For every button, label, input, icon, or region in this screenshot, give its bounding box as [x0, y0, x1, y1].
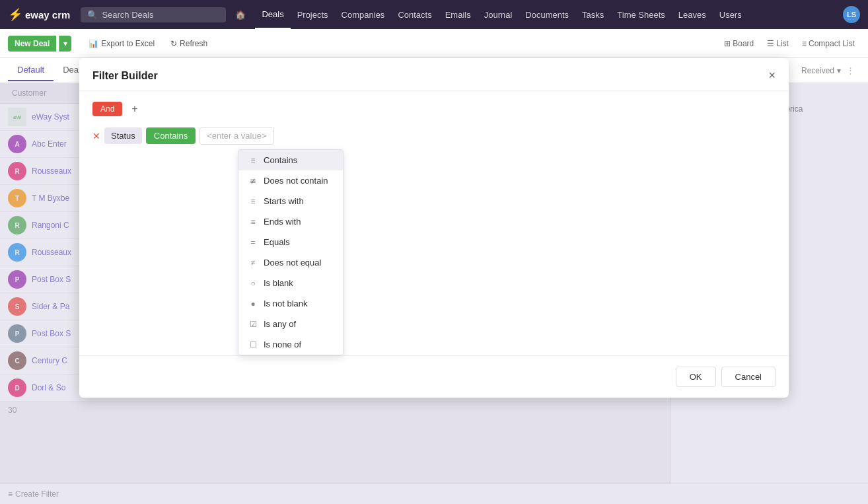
received-filter[interactable]: Received ▾ [801, 66, 841, 75]
dropdown-item-label: Is blank [264, 278, 293, 288]
dropdown-item-ends-with[interactable]: ≡ Ends with [238, 211, 343, 232]
refresh-button[interactable]: ↻ Refresh [164, 36, 214, 52]
dropdown-item-label: Contains [264, 155, 297, 165]
nav-items: Deals Projects Companies Contacts Emails… [255, 0, 838, 29]
new-deal-split-button[interactable]: ▾ [59, 36, 71, 52]
dropdown-item-starts-with[interactable]: ≡ Starts with [238, 191, 343, 211]
logo-text: eway crm [25, 9, 70, 20]
export-button[interactable]: 📊 Export to Excel [82, 36, 161, 52]
filter-logic-row: And + [92, 102, 776, 116]
is-not-blank-icon: ● [248, 299, 258, 308]
and-operator-button[interactable]: And [92, 102, 122, 116]
dropdown-item-label: Is none of [264, 340, 301, 349]
tab-default[interactable]: Default [8, 59, 54, 81]
ends-with-icon: ≡ [248, 217, 258, 227]
top-navigation: ⚡ eway crm 🔍 Search Deals 🏠 Deals Projec… [0, 0, 868, 29]
dropdown-item-label: Does not equal [264, 258, 321, 268]
is-any-of-icon: ☑ [248, 320, 258, 329]
is-blank-icon: ○ [248, 279, 258, 288]
dropdown-item-label: Does not contain [264, 176, 328, 186]
main-content: Customer eW eWay Syst A Abc Enter R Rous… [0, 83, 868, 504]
cancel-button[interactable]: Cancel [721, 367, 776, 387]
nav-item-emails[interactable]: Emails [439, 0, 478, 29]
dropdown-item-does-not-contain[interactable]: ≢ Does not contain [238, 170, 343, 191]
dropdown-item-label: Equals [264, 237, 290, 247]
condition-operator-button[interactable]: Contains [146, 127, 196, 144]
app-logo: ⚡ eway crm [8, 7, 70, 22]
list-view-button[interactable]: ☰ List [762, 36, 794, 51]
dropdown-item-is-not-blank[interactable]: ● Is not blank [238, 293, 343, 314]
nav-item-timesheets[interactable]: Time Sheets [610, 0, 672, 29]
nav-item-contacts[interactable]: Contacts [391, 0, 438, 29]
dropdown-item-is-blank[interactable]: ○ Is blank [238, 273, 343, 293]
modal-header: Filter Builder × [79, 58, 789, 91]
nav-item-deals[interactable]: Deals [255, 0, 290, 29]
dropdown-item-is-none-of[interactable]: ☐ Is none of [238, 334, 343, 355]
modal-close-button[interactable]: × [768, 69, 776, 83]
does-not-equal-icon: ≠ [248, 258, 258, 268]
board-view-button[interactable]: ⊞ Board [719, 36, 759, 51]
compact-list-icon: ≡ [802, 39, 807, 48]
modal-title: Filter Builder [92, 70, 158, 82]
condition-value-button[interactable]: <enter a value> [199, 127, 273, 145]
modal-footer: OK Cancel [79, 355, 789, 398]
search-bar[interactable]: 🔍 Search Deals [81, 7, 226, 22]
search-icon: 🔍 [87, 10, 98, 20]
filter-builder-modal: Filter Builder × And + ✕ Status Contains… [79, 58, 789, 398]
dropdown-item-is-any-of[interactable]: ☑ Is any of [238, 314, 343, 334]
dropdown-item-contains[interactable]: ≡ Contains [238, 150, 343, 170]
filter-condition-row: ✕ Status Contains <enter a value> ≡ Cont… [92, 127, 776, 145]
new-deal-button[interactable]: New Deal [8, 36, 56, 52]
refresh-icon: ↻ [170, 39, 177, 48]
dropdown-item-does-not-equal[interactable]: ≠ Does not equal [238, 252, 343, 273]
toolbar: New Deal ▾ 📊 Export to Excel ↻ Refresh ⊞… [0, 29, 868, 58]
ok-button[interactable]: OK [676, 367, 716, 387]
home-button[interactable]: 🏠 [231, 7, 250, 22]
search-placeholder: Search Deals [102, 10, 153, 20]
remove-condition-button[interactable]: ✕ [92, 131, 100, 141]
user-avatar[interactable]: LS [843, 6, 860, 23]
nav-item-documents[interactable]: Documents [519, 0, 575, 29]
nav-item-leaves[interactable]: Leaves [672, 0, 713, 29]
logo-icon: ⚡ [8, 7, 22, 22]
export-icon: 📊 [89, 39, 98, 48]
nav-item-journal[interactable]: Journal [478, 0, 519, 29]
does-not-contain-icon: ≢ [248, 176, 258, 186]
dropdown-item-label: Ends with [264, 217, 301, 227]
filter-menu-button[interactable]: ⋮ [841, 65, 860, 75]
condition-field-button[interactable]: Status [104, 127, 142, 144]
dropdown-item-label: Is not blank [264, 299, 308, 308]
nav-item-tasks[interactable]: Tasks [575, 0, 610, 29]
board-icon: ⊞ [724, 39, 731, 48]
add-condition-button[interactable]: + [127, 102, 141, 116]
is-none-of-icon: ☐ [248, 340, 258, 349]
contains-icon: ≡ [248, 156, 258, 165]
nav-item-companies[interactable]: Companies [335, 0, 392, 29]
nav-item-users[interactable]: Users [713, 0, 748, 29]
starts-with-icon: ≡ [248, 197, 258, 206]
operator-dropdown: ≡ Contains ≢ Does not contain ≡ Starts w… [238, 149, 344, 355]
dropdown-item-equals[interactable]: = Equals [238, 232, 343, 252]
nav-item-projects[interactable]: Projects [291, 0, 335, 29]
dropdown-item-label: Starts with [264, 196, 304, 206]
compact-list-button[interactable]: ≡ Compact List [797, 36, 860, 51]
equals-icon: = [248, 238, 258, 247]
list-icon: ☰ [767, 39, 774, 48]
dropdown-item-label: Is any of [264, 319, 296, 329]
modal-body: And + ✕ Status Contains <enter a value> … [79, 91, 789, 342]
